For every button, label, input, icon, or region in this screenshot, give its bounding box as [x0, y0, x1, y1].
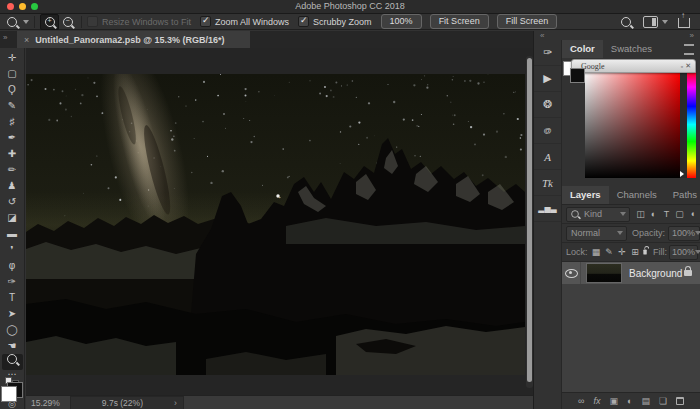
zoom-tool[interactable]	[2, 354, 23, 370]
fill-dropdown[interactable]: 100%	[669, 245, 698, 260]
tab-color[interactable]: Color	[562, 40, 603, 58]
layer-name[interactable]: Background	[629, 268, 682, 279]
lasso-tool[interactable]: Ϙ	[2, 82, 23, 98]
lock-position-icon[interactable]: ✛	[616, 247, 629, 257]
tab-layers[interactable]: Layers	[562, 186, 609, 204]
close-tab-icon[interactable]: ×	[24, 35, 29, 45]
dodge-tool[interactable]: φ	[2, 258, 23, 274]
eraser-tool[interactable]: ◪	[2, 210, 23, 226]
quick-selection-tool[interactable]: ✎	[2, 98, 23, 114]
document-tab[interactable]: × Untitled_Panorama2.psb @ 15.3% (RGB/16…	[17, 31, 250, 48]
blur-tool[interactable]: ❜	[2, 242, 23, 258]
lock-artboard-icon[interactable]: ⊞	[629, 247, 642, 257]
filter-shape-layers-icon[interactable]: ▢	[673, 209, 686, 219]
delete-layer-icon[interactable]	[676, 397, 684, 405]
move-tool[interactable]: ✛	[2, 50, 23, 66]
tab-swatches[interactable]: Swatches	[603, 40, 660, 58]
workspace-chevron-icon[interactable]	[662, 20, 668, 24]
collapse-panels-icon[interactable]: »	[690, 31, 694, 40]
toolbar-collapse-icon[interactable]: »	[3, 33, 7, 42]
canvas-area[interactable]	[26, 48, 533, 395]
lock-all-icon[interactable]	[643, 249, 647, 254]
history-brush-tool[interactable]: ↺	[2, 194, 23, 210]
blend-mode-dropdown[interactable]: Normal	[566, 226, 627, 241]
color-panel-body: Google ▫ ✕	[562, 58, 700, 186]
hand-tool[interactable]: ☚	[2, 338, 23, 354]
link-layers-icon[interactable]: ∞	[578, 396, 584, 406]
new-group-icon[interactable]: ▤	[641, 396, 650, 406]
filter-smart-objects-icon[interactable]: ◖	[686, 209, 699, 219]
tool-preset-chevron-icon[interactable]	[23, 20, 29, 24]
hue-slider[interactable]	[687, 71, 696, 178]
filter-kind-dropdown[interactable]: Kind	[566, 207, 630, 222]
crop-tool[interactable]: ♯	[2, 114, 23, 130]
opacity-dropdown[interactable]: 100%	[668, 226, 700, 241]
workspace-icon[interactable]	[643, 16, 658, 28]
filter-type-layers-icon[interactable]: T	[660, 209, 673, 219]
spot-healing-brush-tool[interactable]: ✚	[2, 146, 23, 162]
layer-thumbnail[interactable]	[586, 263, 622, 283]
pen-tool[interactable]: ✑	[2, 274, 23, 290]
new-layer-icon[interactable]: ❏	[659, 396, 667, 406]
share-icon[interactable]	[678, 18, 690, 28]
actions-panel-icon[interactable]: ▶	[534, 66, 561, 92]
status-chevron-icon[interactable]: ›	[174, 398, 177, 408]
type-tool[interactable]: T	[2, 290, 23, 306]
zoom-all-windows-checkbox[interactable]: Zoom All Windows	[200, 16, 289, 27]
lock-pixels-icon[interactable]: ✎	[603, 247, 616, 257]
eyedropper-tool[interactable]: ✒	[2, 130, 23, 146]
typekit-panel-icon[interactable]: Tk	[534, 170, 561, 196]
search-icon[interactable]	[621, 17, 631, 27]
zoom-tool-icon[interactable]	[7, 17, 17, 27]
close-window-icon[interactable]: ✕	[685, 62, 691, 70]
character-styles-panel-icon[interactable]: @	[534, 118, 561, 144]
tab-channels[interactable]: Channels	[609, 186, 665, 204]
status-bar: 15.29% 9.7s (22%) ›	[26, 395, 533, 409]
glyphs-panel-icon[interactable]: A	[534, 144, 561, 170]
panel-menu-icon[interactable]	[684, 44, 694, 55]
foreground-background-swatches[interactable]	[1, 386, 23, 398]
zoom-out-button[interactable]: −	[59, 15, 76, 29]
restore-window-icon[interactable]: ▫	[681, 63, 683, 70]
fill-label: Fill:	[653, 247, 667, 257]
scrollbar-thumb[interactable]	[527, 58, 532, 382]
resize-windows-checkbox[interactable]: Resize Windows to Fit	[87, 16, 191, 27]
zoom-in-button[interactable]: +	[40, 14, 59, 30]
vertical-scrollbar[interactable]	[526, 56, 533, 388]
layer-row-background[interactable]: Background	[562, 262, 700, 284]
tab-paths[interactable]: Paths	[665, 186, 700, 204]
collapse-icon-column-icon[interactable]: «	[540, 31, 544, 40]
clone-stamp-tool[interactable]: ♟	[2, 178, 23, 194]
brush-tool[interactable]: ✏	[2, 162, 23, 178]
lock-label: Lock:	[566, 247, 588, 257]
add-layer-mask-icon[interactable]: ▣	[609, 396, 618, 406]
color-saturation-field[interactable]	[585, 71, 680, 178]
layers-panel-header: Layers Channels Paths	[562, 186, 700, 205]
filter-pixel-layers-icon[interactable]: ◫	[634, 209, 647, 219]
layers-list-empty-area[interactable]	[562, 284, 700, 392]
histogram-panel-icon[interactable]: ▂▅▃	[534, 196, 561, 222]
brush-settings-panel-icon[interactable]: ✑	[534, 40, 561, 66]
hue-slider-marker[interactable]	[680, 171, 684, 177]
layer-style-icon[interactable]: fx	[593, 396, 600, 406]
new-adjustment-layer-icon[interactable]: ◐	[627, 396, 632, 406]
foreground-color-swatch[interactable]	[1, 386, 17, 402]
status-zoom-level[interactable]: 15.29%	[31, 398, 60, 408]
path-selection-tool[interactable]: ➤	[2, 306, 23, 322]
ellipse-tool[interactable]: ◯	[2, 322, 23, 338]
fit-screen-button[interactable]: Fit Screen	[430, 14, 489, 29]
fill-screen-button[interactable]: Fill Screen	[497, 14, 558, 29]
status-info-field[interactable]: 9.7s (22%) ›	[70, 396, 184, 409]
zoom-100-button[interactable]: 100%	[381, 14, 422, 29]
gradient-tool[interactable]: ▬	[2, 226, 23, 242]
adjustments-panel-icon[interactable]: ❂	[534, 92, 561, 118]
scrubby-zoom-checkbox[interactable]: Scrubby Zoom	[298, 16, 372, 27]
eye-icon[interactable]	[565, 269, 578, 278]
filter-adjustment-layers-icon[interactable]: ◐	[647, 209, 660, 219]
document-image[interactable]	[26, 74, 525, 375]
layer-visibility-cell[interactable]	[562, 262, 581, 284]
lock-transparency-icon[interactable]: ▦	[590, 247, 603, 257]
color-background-swatch[interactable]	[570, 68, 585, 83]
rectangular-marquee-tool[interactable]: ▢	[2, 66, 23, 82]
google-floating-window[interactable]: Google ▫ ✕	[571, 59, 696, 73]
